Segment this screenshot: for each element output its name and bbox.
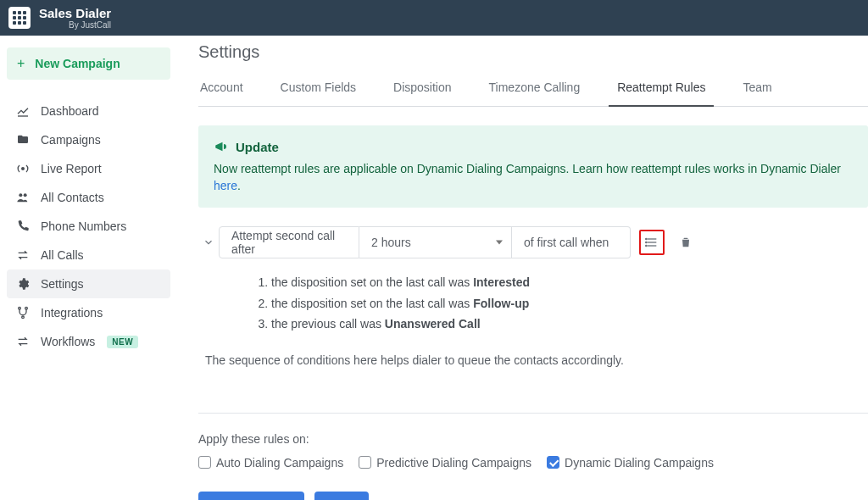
apply-rules-title: Apply these rules on:	[198, 432, 868, 446]
apply-options: Auto Dialing Campaigns Predictive Dialin…	[198, 456, 868, 469]
divider	[198, 413, 868, 414]
page-title: Settings	[198, 42, 868, 62]
new-campaign-label: New Campaign	[35, 57, 120, 70]
megaphone-icon	[214, 139, 229, 154]
reorder-conditions-button[interactable]	[639, 230, 665, 255]
svg-point-2	[24, 193, 27, 197]
tab-reattempt-rules[interactable]: Reattempt Rules	[615, 72, 707, 106]
svg-point-10	[646, 242, 647, 243]
tab-team[interactable]: Team	[741, 72, 773, 106]
settings-tabs: Account Custom Fields Disposition Timezo…	[198, 72, 868, 107]
sidebar-item-live-report[interactable]: Live Report	[7, 154, 170, 183]
swap-icon	[15, 248, 31, 262]
svg-point-1	[19, 193, 22, 197]
sidebar-item-label: Phone Numbers	[41, 219, 126, 233]
tab-account[interactable]: Account	[198, 72, 245, 106]
app-grid-icon	[8, 7, 31, 29]
sidebar: + New Campaign Dashboard Campaigns Liv	[0, 36, 178, 500]
checkbox-auto-dialing[interactable]: Auto Dialing Campaigns	[198, 456, 343, 469]
alert-learn-link[interactable]: here	[214, 179, 237, 192]
checkbox-predictive-dialing[interactable]: Predictive Dialing Campaigns	[359, 456, 531, 469]
delete-rule-button[interactable]	[673, 230, 698, 255]
sidebar-item-workflows[interactable]: Workflows NEW	[7, 327, 170, 356]
sidebar-item-label: All Contacts	[41, 191, 104, 204]
rule-interval-select[interactable]: 2 hours	[359, 226, 512, 258]
new-campaign-button[interactable]: + New Campaign	[7, 47, 170, 80]
brand-name: Sales Dialer	[39, 7, 111, 19]
sidebar-item-label: Integrations	[41, 306, 103, 319]
main-content: Settings Account Custom Fields Dispositi…	[178, 36, 868, 500]
checkbox-label: Predictive Dialing Campaigns	[376, 456, 531, 469]
rule-suffix-label: of first call when	[512, 226, 631, 258]
alert-title: Update	[236, 140, 279, 154]
brand-byline: By JustCall	[39, 20, 111, 30]
sidebar-item-all-calls[interactable]: All Calls	[7, 241, 170, 269]
branch-icon	[15, 306, 31, 319]
tab-timezone-calling[interactable]: Timezone Calling	[487, 72, 582, 106]
svg-point-3	[19, 307, 21, 309]
checkbox-dynamic-dialing[interactable]: Dynamic Dialing Campaigns	[547, 456, 714, 469]
broadcast-icon	[15, 162, 31, 175]
svg-point-11	[646, 246, 647, 247]
alert-body: Now reattempt rules are applicable on Dy…	[214, 161, 853, 194]
people-icon	[15, 191, 31, 204]
sidebar-item-label: Dashboard	[41, 104, 99, 118]
sidebar-item-label: Settings	[41, 277, 84, 291]
save-button[interactable]: Save	[314, 492, 369, 500]
checkbox-label: Auto Dialing Campaigns	[216, 456, 343, 469]
tab-custom-fields[interactable]: Custom Fields	[279, 72, 358, 106]
condition-item: the previous call was Unanswered Call	[271, 314, 868, 335]
svg-point-9	[646, 239, 647, 240]
sidebar-item-label: Live Report	[41, 162, 102, 175]
sidebar-item-integrations[interactable]: Integrations	[7, 298, 170, 327]
checkbox-label: Dynamic Dialing Campaigns	[565, 456, 714, 469]
sidebar-item-label: Campaigns	[41, 133, 101, 147]
new-badge: NEW	[107, 336, 138, 348]
checkbox-icon	[359, 456, 371, 469]
alert-body-suffix: .	[237, 179, 241, 192]
rule-row: Attempt second call after 2 hours of fir…	[198, 226, 868, 258]
condition-item: the disposition set on the last call was…	[271, 293, 868, 314]
sidebar-item-all-contacts[interactable]: All Contacts	[7, 183, 170, 212]
update-alert: Update Now reattempt rules are applicabl…	[198, 125, 868, 208]
trend-icon	[15, 104, 31, 118]
alert-body-text: Now reattempt rules are applicable on Dy…	[214, 162, 841, 175]
condition-item: the disposition set on the last call was…	[271, 272, 868, 293]
svg-point-5	[22, 316, 25, 319]
sidebar-item-label: All Calls	[41, 248, 84, 262]
conditions-list: the disposition set on the last call was…	[256, 272, 868, 335]
tab-disposition[interactable]: Disposition	[392, 72, 453, 106]
gear-icon	[15, 277, 31, 291]
sidebar-item-settings[interactable]: Settings	[7, 269, 170, 298]
svg-point-0	[22, 168, 25, 170]
folder-icon	[15, 133, 31, 147]
checkbox-icon	[547, 456, 559, 469]
loop-icon	[15, 335, 31, 348]
phone-icon	[15, 219, 31, 233]
sidebar-item-dashboard[interactable]: Dashboard	[7, 97, 170, 125]
add-new-rule-button[interactable]: + Add new rule	[198, 492, 304, 500]
svg-point-4	[25, 307, 28, 309]
topbar: Sales Dialer By JustCall	[0, 0, 868, 36]
rule-prefix-label: Attempt second call after	[219, 226, 359, 258]
plus-icon: +	[17, 56, 25, 71]
sidebar-item-phone-numbers[interactable]: Phone Numbers	[7, 212, 170, 241]
sequence-note: The sequence of conditions here helps di…	[205, 353, 868, 367]
sidebar-item-label: Workflows	[41, 335, 95, 348]
sidebar-item-campaigns[interactable]: Campaigns	[7, 125, 170, 154]
checkbox-icon	[198, 456, 211, 469]
expand-rule-toggle[interactable]	[198, 236, 219, 248]
brand: Sales Dialer By JustCall	[39, 7, 111, 30]
